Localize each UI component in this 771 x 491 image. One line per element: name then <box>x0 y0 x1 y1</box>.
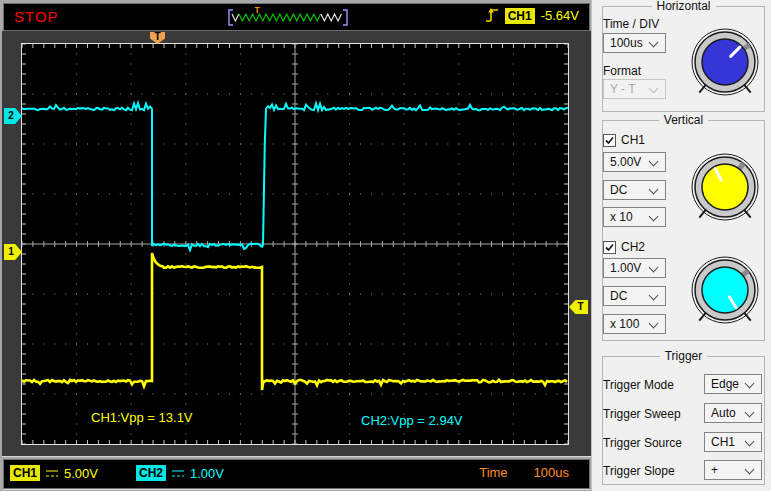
waveform-preview: T <box>226 6 350 28</box>
ch1-coupling-select[interactable]: DC <box>603 180 666 200</box>
ch1-checkbox[interactable] <box>603 134 616 147</box>
vertical-group-title: Vertical <box>659 113 708 127</box>
ch1-dc-coupling-icon <box>45 469 59 478</box>
ch2-scale-value: 1.00V <box>190 466 224 481</box>
bottom-status-bar: CH1 5.00V CH2 1.00V Time 100us <box>3 459 590 489</box>
trigger-level-marker[interactable]: T <box>569 300 588 314</box>
ch1-scale-readout: CH1 5.00V <box>10 465 98 481</box>
ch1-position-knob[interactable] <box>681 143 769 231</box>
ch1-badge: CH1 <box>10 465 40 481</box>
chevron-down-icon <box>649 263 659 273</box>
trigger-sweep-select[interactable]: Auto <box>704 403 762 423</box>
ch2-scale-readout: CH2 1.00V <box>136 465 224 481</box>
trigger-slope-select[interactable]: + <box>704 460 762 480</box>
ch1-position-marker[interactable]: 1 <box>4 244 22 260</box>
trigger-level-value: -5.64V <box>541 8 579 23</box>
top-status-bar: STOP T CH1 -5.64V <box>3 3 590 31</box>
chevron-down-icon <box>745 408 755 418</box>
checkmark-icon <box>604 242 615 253</box>
scope-traces <box>22 44 568 444</box>
ch1-checkbox-label: CH1 <box>621 133 645 147</box>
trigger-sweep-label: Trigger Sweep <box>603 407 681 421</box>
chevron-down-icon <box>745 379 755 389</box>
chevron-down-icon <box>649 38 659 48</box>
time-value: 100us <box>534 465 569 480</box>
horizontal-knob[interactable] <box>681 18 769 106</box>
time-div-select[interactable]: 100us <box>603 33 666 53</box>
ch1-scale-value: 5.00V <box>64 466 98 481</box>
control-panel: Horizontal Time / DIV 100us Format Y - T… <box>591 0 771 491</box>
trigger-source-label: Trigger Source <box>603 436 682 450</box>
trigger-source-badge: CH1 <box>505 8 535 24</box>
ch2-checkbox-label: CH2 <box>621 240 645 254</box>
format-label: Format <box>603 64 641 78</box>
ch2-position-marker[interactable]: 2 <box>4 108 22 124</box>
ch2-vpp-measurement: CH2:Vpp = 2.94V <box>361 413 463 428</box>
svg-text:T: T <box>254 6 260 15</box>
ch1-enable-row: CH1 <box>603 133 645 147</box>
time-div-label: Time / DIV <box>603 17 659 31</box>
chevron-down-icon <box>649 319 659 329</box>
chevron-down-icon <box>745 437 755 447</box>
oscilloscope-window: STOP T CH1 -5.64V CH1:Vpp = 13.1V CH2:Vp… <box>0 0 771 491</box>
trigger-mode-label: Trigger Mode <box>603 378 674 392</box>
chevron-down-icon <box>649 84 659 94</box>
ch1-probe-select[interactable]: x 10 <box>603 207 666 227</box>
acquisition-status: STOP <box>14 8 59 25</box>
ch2-badge: CH2 <box>136 465 166 481</box>
scope-display-area: CH1:Vpp = 13.1V CH2:Vpp = 2.94V 2 1 T T <box>2 31 591 457</box>
ch2-coupling-select[interactable]: DC <box>603 286 666 306</box>
trigger-slope-label: Trigger Slope <box>603 464 675 478</box>
trigger-edge-icon <box>485 7 499 24</box>
ch2-position-knob[interactable] <box>681 246 769 334</box>
ch2-checkbox[interactable] <box>603 241 616 254</box>
ch2-scale-select[interactable]: 1.00V <box>603 258 666 278</box>
trigger-readout: CH1 -5.64V <box>485 7 579 24</box>
ch2-dc-coupling-icon <box>171 469 185 478</box>
time-label: Time <box>479 465 507 480</box>
trigger-group-title: Trigger <box>660 349 708 363</box>
ch2-enable-row: CH2 <box>603 240 645 254</box>
format-select: Y - T <box>603 79 666 99</box>
horizontal-group-title: Horizontal <box>651 0 715 13</box>
ch2-probe-select[interactable]: x 100 <box>603 314 666 334</box>
trigger-mode-select[interactable]: Edge <box>704 374 762 394</box>
chevron-down-icon <box>649 157 659 167</box>
chevron-down-icon <box>649 185 659 195</box>
chevron-down-icon <box>649 291 659 301</box>
ch1-vpp-measurement: CH1:Vpp = 13.1V <box>91 410 193 425</box>
checkmark-icon <box>604 135 615 146</box>
chevron-down-icon <box>649 212 659 222</box>
ch1-scale-select[interactable]: 5.00V <box>603 152 666 172</box>
chevron-down-icon <box>745 465 755 475</box>
timebase-readout: Time 100us <box>479 465 569 480</box>
trigger-source-select[interactable]: CH1 <box>704 432 762 452</box>
scope-graticule: CH1:Vpp = 13.1V CH2:Vpp = 2.94V <box>21 43 569 445</box>
